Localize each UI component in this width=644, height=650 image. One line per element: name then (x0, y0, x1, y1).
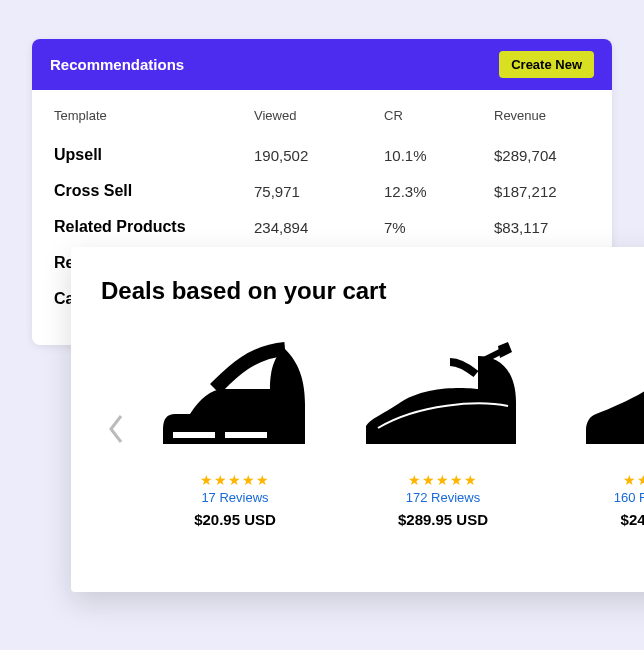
product-list: ★★★★★ 17 Reviews $20.95 USD ★★★★★ 172 Re… (131, 329, 644, 528)
cell-revenue: $187,212 (494, 183, 590, 200)
cell-template: Related Products (54, 218, 254, 236)
table-header: Template Viewed CR Revenue (54, 108, 590, 123)
create-new-button[interactable]: Create New (499, 51, 594, 78)
reviews-link[interactable]: 160 Reviews (551, 490, 644, 505)
reviews-link[interactable]: 172 Reviews (343, 490, 543, 505)
col-template: Template (54, 108, 254, 123)
cell-cr: 10.1% (384, 147, 494, 164)
product-card[interactable]: ★★★★★ 172 Reviews $289.95 USD (343, 329, 543, 528)
cell-revenue: $83,117 (494, 219, 590, 236)
reviews-link[interactable]: 17 Reviews (135, 490, 335, 505)
cell-viewed: 234,894 (254, 219, 384, 236)
product-image (551, 329, 644, 454)
cell-template: Cross Sell (54, 182, 254, 200)
star-rating: ★★★★ (551, 472, 644, 488)
panel-title: Recommendations (50, 56, 184, 73)
product-price: $24.95 U (551, 511, 644, 528)
star-rating: ★★★★★ (343, 472, 543, 488)
table-row[interactable]: Related Products 234,894 7% $83,117 (54, 209, 590, 245)
deals-title: Deals based on your cart (101, 277, 644, 305)
col-revenue: Revenue (494, 108, 590, 123)
product-price: $289.95 USD (343, 511, 543, 528)
panel-header: Recommendations Create New (32, 39, 612, 90)
table-row[interactable]: Upsell 190,502 10.1% $289,704 (54, 137, 590, 173)
cell-template: Upsell (54, 146, 254, 164)
cell-cr: 7% (384, 219, 494, 236)
product-card[interactable]: ★★★★★ 17 Reviews $20.95 USD (135, 329, 335, 528)
col-viewed: Viewed (254, 108, 384, 123)
products-carousel: ★★★★★ 17 Reviews $20.95 USD ★★★★★ 172 Re… (101, 329, 644, 528)
product-image (135, 329, 335, 454)
star-rating: ★★★★★ (135, 472, 335, 488)
chevron-left-icon[interactable] (101, 407, 131, 451)
product-image (343, 329, 543, 454)
deals-card: Deals based on your cart ★★★★★ 17 Review… (71, 247, 644, 592)
product-card[interactable]: ★★★★ 160 Reviews $24.95 U (551, 329, 644, 528)
col-cr: CR (384, 108, 494, 123)
product-price: $20.95 USD (135, 511, 335, 528)
cell-viewed: 190,502 (254, 147, 384, 164)
cell-cr: 12.3% (384, 183, 494, 200)
cell-viewed: 75,971 (254, 183, 384, 200)
table-row[interactable]: Cross Sell 75,971 12.3% $187,212 (54, 173, 590, 209)
cell-revenue: $289,704 (494, 147, 590, 164)
